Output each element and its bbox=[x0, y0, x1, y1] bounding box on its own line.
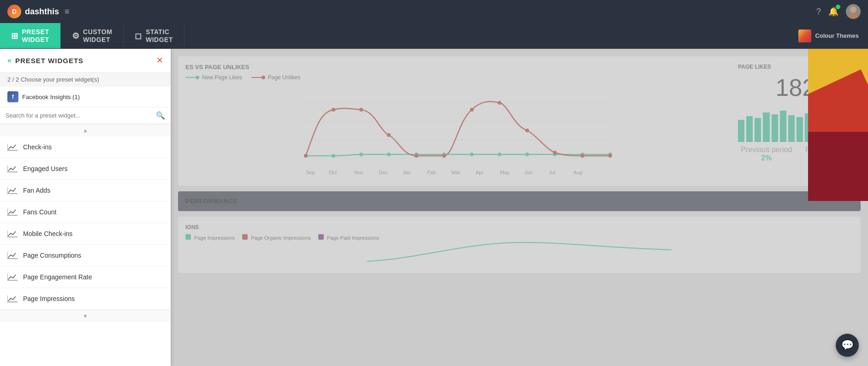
scroll-down-arrow[interactable]: ▼ bbox=[0, 310, 171, 322]
hamburger-menu[interactable]: ≡ bbox=[65, 7, 70, 17]
chat-button[interactable]: 💬 bbox=[836, 334, 859, 357]
app-name: dashthis bbox=[25, 7, 59, 17]
trend-icon bbox=[7, 273, 18, 281]
notifications-icon[interactable]: 🔔 bbox=[828, 6, 838, 17]
list-item-check-ins[interactable]: Check-ins bbox=[0, 136, 171, 158]
logo-icon: D bbox=[7, 5, 21, 18]
search-input[interactable] bbox=[6, 112, 152, 119]
widget-type-bar: ⊞ Preset Widget ⚙ Custom Widget ◻ Static… bbox=[0, 23, 868, 49]
list-item-page-impressions[interactable]: Page Impressions bbox=[0, 288, 171, 310]
item-label-page-consumptions: Page Consumptions bbox=[23, 252, 81, 259]
nav-right: ? 🔔 bbox=[816, 4, 861, 19]
search-bar: 🔍 bbox=[0, 107, 171, 124]
scroll-up-arrow[interactable]: ▲ bbox=[0, 124, 171, 136]
main-layout: « PRESET WIDGETS ✕ 2 / 2 Choose your pre… bbox=[0, 49, 868, 366]
trend-icon bbox=[7, 186, 18, 195]
trend-icon bbox=[7, 295, 18, 303]
static-widget-icon: ◻ bbox=[135, 31, 142, 41]
list-item-page-consumptions[interactable]: Page Consumptions bbox=[0, 245, 171, 266]
tab-custom-widget[interactable]: ⚙ Custom Widget bbox=[61, 23, 124, 48]
trend-icon bbox=[7, 208, 18, 216]
content-overlay bbox=[171, 49, 868, 366]
item-label-page-engagement-rate: Page Engagement Rate bbox=[23, 273, 92, 281]
sidebar-source: f Facebook Insights (1) bbox=[0, 87, 171, 107]
back-icon[interactable]: « bbox=[7, 56, 12, 65]
preset-widget-label: Preset Widget bbox=[22, 28, 49, 44]
avatar[interactable] bbox=[846, 4, 861, 19]
tab-static-widget[interactable]: ◻ Static Widget bbox=[124, 23, 184, 48]
item-label-fan-adds: Fan Adds bbox=[23, 187, 50, 194]
sidebar-header: « PRESET WIDGETS ✕ bbox=[0, 49, 171, 72]
main-content: ES VS PAGE UNLIKES New Page Likes bbox=[171, 49, 868, 366]
tab-preset-widget[interactable]: ⊞ Preset Widget bbox=[0, 23, 61, 48]
colour-themes-icon bbox=[798, 30, 811, 42]
sidebar-title: PRESET WIDGETS bbox=[15, 57, 153, 65]
search-icon[interactable]: 🔍 bbox=[156, 111, 165, 120]
notification-badge bbox=[836, 5, 840, 9]
ct-darkred bbox=[808, 132, 868, 201]
sidebar-step: 2 / 2 Choose your preset widget(s) bbox=[0, 72, 171, 87]
list-item-engaged-users[interactable]: Engaged Users bbox=[0, 158, 171, 180]
static-widget-label: Static Widget bbox=[146, 28, 173, 44]
list-item-mobile-check-ins[interactable]: Mobile Check-ins bbox=[0, 223, 171, 245]
list-item-fan-adds[interactable]: Fan Adds bbox=[0, 180, 171, 201]
item-label-fans-count: Fans Count bbox=[23, 208, 56, 216]
sidebar-panel: « PRESET WIDGETS ✕ 2 / 2 Choose your pre… bbox=[0, 49, 171, 366]
widget-list-container: ▲ Check-ins Engaged Users bbox=[0, 124, 171, 366]
list-item-page-engagement-rate[interactable]: Page Engagement Rate bbox=[0, 266, 171, 288]
trend-icon bbox=[7, 165, 18, 173]
logo-area: D dashthis bbox=[7, 5, 59, 18]
item-label-mobile-check-ins: Mobile Check-ins bbox=[23, 230, 72, 237]
trend-icon bbox=[7, 143, 18, 151]
svg-point-1 bbox=[848, 13, 859, 19]
colour-themes-label: Colour Themes bbox=[815, 32, 859, 39]
item-label-check-ins: Check-ins bbox=[23, 143, 52, 151]
preset-widget-icon: ⊞ bbox=[11, 31, 18, 41]
close-icon[interactable]: ✕ bbox=[156, 55, 163, 65]
svg-point-0 bbox=[850, 6, 856, 13]
item-label-engaged-users: Engaged Users bbox=[23, 165, 68, 172]
source-label: Facebook Insights (1) bbox=[22, 94, 80, 100]
trend-icon bbox=[7, 251, 18, 260]
top-navbar: D dashthis ≡ ? 🔔 bbox=[0, 0, 868, 23]
item-label-page-impressions: Page Impressions bbox=[23, 295, 75, 302]
colour-themes-button[interactable]: Colour Themes bbox=[789, 23, 868, 48]
facebook-icon: f bbox=[7, 91, 18, 102]
custom-widget-icon: ⚙ bbox=[72, 31, 80, 41]
trend-icon bbox=[7, 230, 18, 238]
help-icon[interactable]: ? bbox=[816, 7, 821, 17]
custom-widget-label: Custom Widget bbox=[83, 28, 112, 44]
widget-list: ▲ Check-ins Engaged Users bbox=[0, 124, 171, 366]
colour-themes-panel bbox=[808, 49, 868, 201]
list-item-fans-count[interactable]: Fans Count bbox=[0, 201, 171, 223]
